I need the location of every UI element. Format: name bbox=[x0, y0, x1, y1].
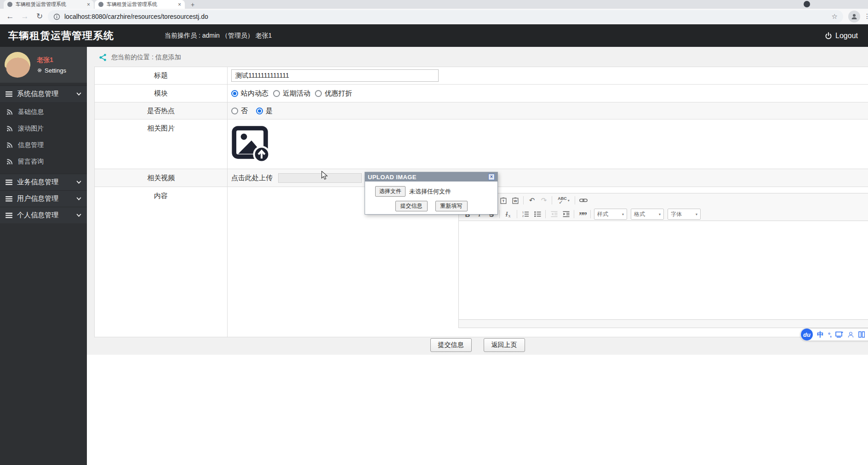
browser-profile-dot[interactable] bbox=[804, 1, 810, 7]
editor-content-area[interactable] bbox=[459, 221, 868, 319]
radio-label: 否 bbox=[241, 107, 248, 115]
bulleted-list-icon[interactable] bbox=[531, 209, 543, 220]
indent-icon[interactable] bbox=[560, 209, 572, 220]
radio-icon[interactable] bbox=[315, 90, 322, 97]
image-upload-icon[interactable] bbox=[231, 125, 272, 164]
back-button[interactable]: ← bbox=[5, 11, 16, 22]
radio-option-no[interactable]: 否 bbox=[231, 107, 248, 115]
url-text[interactable]: localhost:8080/carzhire/resources/toreso… bbox=[64, 13, 828, 20]
numbered-list-icon[interactable]: 12 bbox=[520, 209, 531, 220]
radio-icon[interactable] bbox=[231, 108, 238, 114]
sidebar-user-panel: 老张1 Settings bbox=[0, 47, 87, 83]
ime-keyboard-icon[interactable] bbox=[835, 331, 843, 338]
sidebar-item-info-management[interactable]: 信息管理 bbox=[0, 137, 87, 153]
styles-combo[interactable]: 样式 ▾ bbox=[594, 209, 627, 220]
browser-tab-2[interactable]: 车辆租赁运营管理系统 × bbox=[95, 0, 185, 9]
spellcheck-icon[interactable]: ABC ✓ ▾ bbox=[554, 195, 573, 206]
ime-language-toggle[interactable]: 中 bbox=[817, 330, 824, 339]
chevron-down-icon bbox=[76, 181, 81, 184]
dialog-titlebar[interactable]: UPLOAD IMAGE × bbox=[365, 172, 497, 181]
person-icon bbox=[851, 13, 858, 20]
toolbar-separator bbox=[575, 196, 575, 204]
radio-option-yes[interactable]: 是 bbox=[256, 107, 273, 115]
sidebar-item-scroll-images[interactable]: 滚动图片 bbox=[0, 120, 87, 137]
title-input[interactable] bbox=[231, 69, 439, 82]
user-settings-label: Settings bbox=[45, 67, 66, 74]
ime-user-icon[interactable] bbox=[847, 331, 854, 338]
ime-more-icon[interactable] bbox=[858, 331, 865, 338]
paste-word-icon[interactable]: W bbox=[509, 195, 521, 206]
rich-text-editor: ✂ T W ↶ bbox=[458, 193, 868, 328]
group-label: 系统信息管理 bbox=[17, 90, 58, 98]
browser-menu-icon[interactable]: ⋮ bbox=[864, 12, 868, 20]
bookmark-star-icon[interactable]: ☆ bbox=[832, 12, 838, 21]
field-label: 是否热点 bbox=[95, 102, 228, 119]
dialog-actions: 提交信息 重新填写 bbox=[365, 201, 497, 211]
svg-text:2: 2 bbox=[522, 215, 524, 217]
video-upload-progress-bar[interactable] bbox=[278, 173, 362, 183]
font-combo[interactable]: 字体 ▾ bbox=[668, 209, 701, 220]
hamburger-icon bbox=[6, 91, 12, 97]
rss-icon bbox=[6, 125, 13, 132]
choose-file-button[interactable]: 选择文件 bbox=[375, 186, 405, 197]
submit-button[interactable]: 提交信息 bbox=[430, 338, 472, 352]
ime-punctuation-toggle[interactable]: °, bbox=[828, 331, 831, 338]
back-button-form[interactable]: 返回上页 bbox=[484, 338, 525, 352]
page-info-icon[interactable] bbox=[53, 13, 60, 20]
remove-format-x: x bbox=[508, 213, 511, 218]
sidebar-group-user-info[interactable]: 用户信息管理 bbox=[0, 190, 87, 207]
logout-button[interactable]: Logout bbox=[825, 32, 858, 40]
sidebar-item-messages[interactable]: 留言咨询 bbox=[0, 153, 87, 170]
toolbar-separator bbox=[574, 210, 574, 218]
sidebar-group-personal-info[interactable]: 个人信息管理 bbox=[0, 207, 87, 223]
tab-title: 车辆租赁运营管理系统 bbox=[107, 1, 175, 8]
user-settings-link[interactable]: Settings bbox=[37, 67, 66, 74]
group-label: 个人信息管理 bbox=[17, 211, 58, 220]
hamburger-icon bbox=[6, 196, 12, 202]
editor-toolbar: ✂ T W ↶ bbox=[459, 193, 868, 221]
field-label: 相关图片 bbox=[95, 119, 228, 169]
baidu-ime-logo[interactable]: du bbox=[801, 329, 813, 340]
browser-profile-icon[interactable] bbox=[848, 11, 860, 23]
remove-format-button[interactable]: I x bbox=[502, 209, 514, 220]
format-combo[interactable]: 格式 ▾ bbox=[631, 209, 664, 220]
radio-icon[interactable] bbox=[273, 90, 280, 97]
blockquote-icon[interactable]: ”” bbox=[577, 209, 588, 220]
undo-icon[interactable]: ↶ bbox=[526, 195, 538, 206]
tab-close-icon[interactable]: × bbox=[178, 1, 181, 8]
dialog-reset-button[interactable]: 重新填写 bbox=[435, 201, 468, 211]
sidebar-item-basic-info[interactable]: 基础信息 bbox=[0, 104, 87, 120]
radio-option-recent-activity[interactable]: 近期活动 bbox=[273, 89, 310, 98]
svg-text:W: W bbox=[514, 199, 517, 203]
link-icon[interactable] bbox=[577, 195, 589, 206]
dialog-close-button[interactable]: × bbox=[488, 174, 495, 180]
mouse-cursor bbox=[320, 171, 329, 180]
forward-button[interactable]: → bbox=[19, 11, 30, 22]
field-label: 相关视频 bbox=[95, 169, 228, 187]
radio-option-discount[interactable]: 优惠打折 bbox=[315, 89, 352, 98]
radio-option-site-news[interactable]: 站内动态 bbox=[231, 89, 268, 98]
radio-label: 站内动态 bbox=[241, 89, 268, 98]
paste-text-icon[interactable]: T bbox=[497, 195, 509, 206]
radio-selected-icon[interactable] bbox=[256, 108, 263, 114]
dialog-submit-button[interactable]: 提交信息 bbox=[395, 201, 428, 211]
redo-icon[interactable]: ↷ bbox=[538, 195, 550, 206]
outdent-icon[interactable] bbox=[548, 209, 560, 220]
caret-down-icon: ▾ bbox=[659, 212, 661, 216]
tab-favicon-icon bbox=[7, 2, 12, 7]
user-avatar[interactable] bbox=[5, 52, 30, 78]
sidebar-group-business-info[interactable]: 业务信息管理 bbox=[0, 174, 87, 190]
reload-button[interactable]: ↻ bbox=[34, 11, 45, 22]
tab-close-icon[interactable]: × bbox=[87, 1, 90, 8]
address-bar[interactable]: localhost:8080/carzhire/resources/toreso… bbox=[48, 10, 843, 23]
hamburger-icon bbox=[6, 180, 12, 185]
tab-favicon-icon bbox=[98, 2, 103, 7]
radio-label: 近期活动 bbox=[283, 89, 310, 98]
browser-tab-1[interactable]: 车辆租赁运营管理系统 × bbox=[4, 0, 94, 9]
sidebar-group-system-info[interactable]: 系统信息管理 bbox=[0, 85, 87, 102]
video-upload-link[interactable]: 点击此处上传 bbox=[231, 174, 273, 182]
svg-text:1: 1 bbox=[522, 211, 524, 214]
toolbar-separator bbox=[499, 210, 500, 218]
new-tab-button[interactable]: + bbox=[188, 0, 197, 9]
radio-selected-icon[interactable] bbox=[231, 90, 238, 97]
